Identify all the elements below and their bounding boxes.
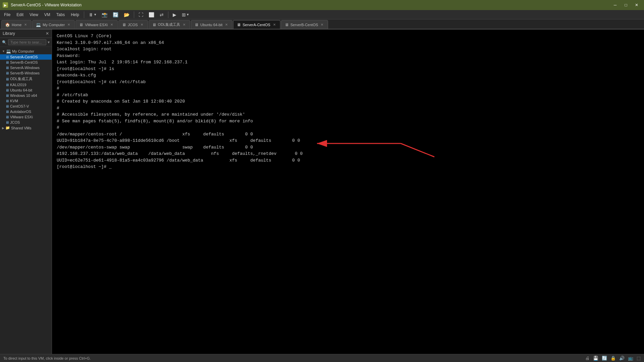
servera-centos-label: ServerA-CentOS [10,55,38,59]
search-input[interactable] [8,39,46,45]
toolbar-snapshot-mgr[interactable]: 📂 [121,11,132,18]
tab-vmware-esxi-label: VMware ESXi [85,23,108,27]
terminal-line-hash2: # [57,105,639,112]
tab-my-computer-label: My Computer [43,23,65,27]
tree-item-odl[interactable]: 🖥 ODL集成工具 [0,76,52,82]
vm-icon-odl: 🖥 [5,77,9,81]
toolbar-send-to[interactable]: ▶ [170,11,179,18]
tree-item-servera-centos[interactable]: 🖥 ServerA-CentOS [0,54,52,60]
tab-serverb-centos[interactable]: 🖥 ServerB-CentOS ✕ [281,20,328,29]
title-bar: ▶ ServerA-CentOS - VMware Workstation ─ … [0,0,644,10]
tab-servera-close[interactable]: ✕ [272,22,277,27]
tree-item-jcos[interactable]: 🖥 JCOS [0,120,52,125]
terminal-line-password: Password: [57,53,639,59]
tab-odl-close[interactable]: ✕ [182,22,186,27]
tree-item-windows10[interactable]: 🖥 Windows 10 x64 [0,93,52,98]
menu-edit[interactable]: Edit [14,11,26,18]
app-icon: ▶ [3,2,8,8]
tree-item-autolaboros[interactable]: 🖥 AutolaborOS [0,109,52,114]
toolbar-switch-mode[interactable]: ⇄ [157,11,166,18]
terminal-line-fstab-path: # /etc/fstab [57,92,639,99]
minimize-button[interactable]: ─ [610,1,620,9]
vm-icon-servera-win: 🖥 [5,66,9,70]
terminal-line-accessible: # Accessible filesystems, by reference, … [57,111,639,118]
library-close-icon[interactable]: ✕ [46,31,49,36]
tab-ubuntu-label: Ubuntu 64-bit [200,23,222,27]
toolbar-virtual-network[interactable]: ⊞ ▾ [179,11,191,18]
menu-help[interactable]: Help [68,11,82,18]
tab-jcos[interactable]: 🖥 JCOS ✕ [118,20,148,29]
tab-servera-label: ServerA-CentOS [243,23,270,27]
tab-home-close[interactable]: ✕ [23,22,28,27]
menu-vm[interactable]: VM [42,11,53,18]
tree-item-serverb-windows[interactable]: 🖥 ServerB-Windows [0,70,52,76]
status-print-icon[interactable]: 🖨 [585,356,590,361]
computer-icon: 💻 [6,49,11,54]
library-tree: ▼ 💻 My Computer 🖥 ServerA-CentOS 🖥 Serve… [0,47,52,354]
tab-home[interactable]: 🏠 Home ✕ [1,20,32,29]
status-refresh-icon[interactable]: 🔄 [602,356,607,361]
status-display-icon[interactable]: 📺 [628,356,633,361]
terminal-line-centos-title: CentOS Linux 7 (Core) [57,33,639,40]
my-computer-label: My Computer [12,49,34,53]
tree-item-kali[interactable]: 🖥 KALI2019 [0,82,52,87]
close-button[interactable]: ✕ [632,1,641,9]
terminal-line-root-entry: /dev/mapper/centos-root / xfs defaults 0… [57,131,639,138]
tab-servera-centos[interactable]: 🖥 ServerA-CentOS ✕ [233,20,280,29]
tree-item-serverb-centos[interactable]: 🖥 ServerB-CentOS [0,60,52,65]
virtual-network-icon: ⊞ [182,12,186,17]
home-icon: 🏠 [5,22,10,27]
tab-serverb-close[interactable]: ✕ [320,22,324,27]
tab-my-computer[interactable]: 💻 My Computer ✕ [32,20,75,29]
toolbar-snapshot-to[interactable]: 📸 [99,11,110,18]
tab-my-computer-close[interactable]: ✕ [66,22,71,27]
tree-item-ubuntu[interactable]: 🖥 Ubuntu 64-bit [0,87,52,93]
toolbar-pause[interactable]: ⏸ ▾ [86,11,99,18]
status-audio-icon[interactable]: 🔊 [619,356,625,361]
odl-tab-icon: 🖥 [152,22,156,27]
menu-tabs[interactable]: Tabs [54,11,67,18]
tab-vmware-esxi[interactable]: 🖥 VMware ESXi ✕ [75,20,118,29]
tab-serverb-label: ServerB-CentOS [290,23,318,27]
tree-item-servera-windows[interactable]: 🖥 ServerA-Windows [0,65,52,70]
maximize-button[interactable]: □ [621,1,631,9]
tab-bar: 🏠 Home ✕ 💻 My Computer ✕ 🖥 VMware ESXi ✕… [0,19,644,29]
jcos-label: JCOS [10,120,20,124]
title-bar-left: ▶ ServerA-CentOS - VMware Workstation [3,2,82,8]
tab-ubuntu[interactable]: 🖥 Ubuntu 64-bit ✕ [191,20,232,29]
tab-vmware-esxi-close[interactable]: ✕ [109,22,114,27]
tree-item-vmware-esxi[interactable]: 🖥 VMware ESXi [0,114,52,120]
tree-item-kvm[interactable]: 🖥 KVM [0,98,52,104]
vm-icon-win10: 🖥 [5,94,9,98]
terminal-line-ls-cmd: [root@localhost ~]# ls [57,66,639,72]
status-lock-icon[interactable]: 🔒 [610,356,616,361]
status-save-icon[interactable]: 💾 [593,356,598,361]
tree-group-shared-vms[interactable]: ▶ 📁 Shared VMs [0,125,52,131]
menu-file[interactable]: File [1,11,13,18]
status-vm-icon[interactable]: ⬚ [637,356,641,361]
snapshot-mgr-icon: 📂 [124,12,129,17]
serverb-tab-icon: 🖥 [285,22,289,27]
terminal-line-ls-result: anaconda-ks.cfg [57,72,639,79]
library-header: Library ✕ [0,29,52,38]
toolbar-separator-1 [84,11,84,18]
shared-folder-icon: 📁 [5,126,10,130]
vm-icon-autolaboros: 🖥 [5,110,9,114]
terminal-line-nfs: #192.168.237.133:/data/web_data /data/we… [57,150,639,157]
toolbar-snapshot-from[interactable]: 🔄 [110,11,121,18]
servera-tab-icon: 🖥 [237,22,241,27]
tree-group-my-computer[interactable]: ▼ 💻 My Computer [0,48,52,54]
terminal-line-uuid-boot: UUID=91b1847a-8e75-4c70-a898-11dde5610cd… [57,137,639,144]
tab-odl[interactable]: 🖥 ODL集成工具 ✕ [149,20,191,29]
search-dropdown-icon[interactable]: ▾ [48,40,50,45]
ubuntu-label: Ubuntu 64-bit [10,88,32,92]
tab-home-label: Home [12,23,21,27]
toolbar-full-screen[interactable]: ⛶ [136,11,146,18]
terminal-area[interactable]: CentOS Linux 7 (Core) Kernel 3.10.0-957.… [52,29,644,354]
tab-ubuntu-close[interactable]: ✕ [224,22,229,27]
tab-jcos-close[interactable]: ✕ [140,22,144,27]
library-title: Library [3,31,15,36]
toolbar-unity[interactable]: ⬜ [146,11,157,18]
menu-view[interactable]: View [27,11,41,18]
tree-item-centos7v[interactable]: 🖥 CentOS7-V [0,104,52,109]
